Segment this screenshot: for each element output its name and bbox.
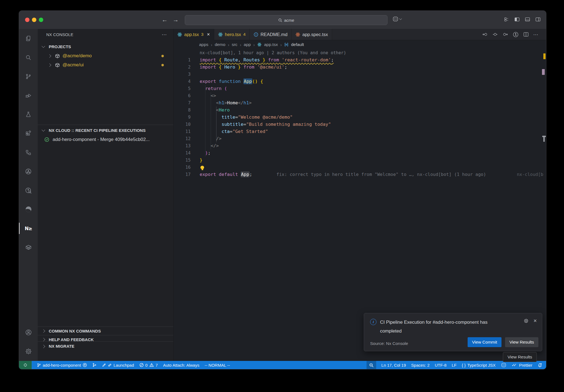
line-number[interactable]: 15	[173, 157, 191, 164]
breadcrumb-item[interactable]: app.tsx	[264, 42, 278, 47]
breadcrumb-item[interactable]: demo	[215, 42, 226, 47]
close-notification-icon[interactable]: ✕	[533, 318, 537, 323]
line-number[interactable]: 16	[173, 164, 191, 171]
activity-edge-browser[interactable]	[19, 200, 38, 219]
section-nx-migrate[interactable]: NX MIGRATE	[38, 341, 173, 361]
pipeline-execution-item[interactable]: add-hero-component - Merge 409b44e5cb02.…	[38, 135, 173, 144]
code-line-13[interactable]: 13 </>	[173, 142, 546, 149]
remote-indicator[interactable]	[19, 361, 32, 369]
more-actions-icon[interactable]: ⋯	[162, 31, 167, 38]
git-branch-item[interactable]: add-hero-component	[37, 363, 87, 368]
line-number[interactable]: 9	[173, 114, 191, 121]
lightbulb-icon[interactable]	[200, 166, 204, 169]
activity-extensions[interactable]	[19, 124, 38, 143]
activity-nx-cloud[interactable]	[19, 162, 38, 181]
vim-mode-item[interactable]: -- NORMAL --	[205, 363, 230, 368]
code-line-11[interactable]: 11 cta="Get Started"	[173, 128, 546, 135]
editor-nav-back-icon[interactable]	[482, 31, 488, 37]
encoding-item[interactable]: UTF-8	[435, 363, 447, 368]
line-number[interactable]: 6	[173, 92, 191, 99]
settings-button[interactable]	[19, 342, 38, 361]
activity-explorer[interactable]	[19, 29, 38, 48]
activity-search[interactable]	[19, 48, 38, 67]
code-line-4[interactable]: 4export function App() {	[173, 78, 546, 85]
run-file-icon[interactable]	[513, 31, 519, 38]
command-center-search[interactable]: acme	[185, 15, 387, 25]
code-line-2[interactable]: 2import { Hero } from '@acme/ui';	[173, 64, 546, 71]
code-line-14[interactable]: 14 );	[173, 149, 546, 157]
activity-containers[interactable]	[19, 238, 38, 257]
line-number[interactable]: 17	[173, 171, 191, 178]
activity-source-control[interactable]	[19, 67, 38, 86]
toggle-panel-icon[interactable]	[525, 17, 530, 22]
notification-settings-gear-icon[interactable]	[524, 318, 529, 323]
split-editor-icon[interactable]	[523, 31, 529, 37]
history-forward-button[interactable]: →	[173, 16, 179, 24]
profiles-status-item[interactable]	[501, 363, 506, 368]
activity-nx-console[interactable]: N≥	[19, 219, 38, 238]
code-line-10[interactable]: 10 subtitle="Build something amazing tod…	[173, 121, 546, 128]
minimize-window-button[interactable]	[32, 18, 36, 22]
breadcrumb-item[interactable]: src	[232, 42, 237, 47]
line-number[interactable]: 5	[173, 85, 191, 92]
code-line-9[interactable]: 9 title="Welcome @acme/demo"	[173, 114, 546, 121]
formatter-item[interactable]: ✓✓ Prettier	[512, 363, 533, 368]
code-line-17[interactable]: 17export default App;fix: correct typo i…	[173, 171, 546, 178]
line-number[interactable]: 8	[173, 107, 191, 114]
code-line-5[interactable]: 5 return (	[173, 85, 546, 92]
language-mode-item[interactable]: { } TypeScript JSX	[462, 363, 496, 368]
editor-nav-current-icon[interactable]	[492, 31, 498, 37]
toggle-secondary-sidebar-icon[interactable]	[535, 17, 541, 22]
toggle-primary-sidebar-icon[interactable]	[514, 17, 520, 22]
line-number[interactable]: 14	[173, 149, 191, 157]
line-number[interactable]: 13	[173, 142, 191, 149]
tab-app-spec-tsx[interactable]: app.spec.tsx	[292, 29, 332, 40]
line-number[interactable]: 3	[173, 71, 191, 78]
line-number[interactable]: 11	[173, 128, 191, 135]
section-projects[interactable]: PROJECTS	[38, 42, 173, 51]
zoom-indicator[interactable]	[367, 361, 376, 369]
view-results-button[interactable]: View Results	[505, 337, 538, 347]
close-window-button[interactable]	[25, 18, 29, 22]
section-common-nx-commands[interactable]: COMMON NX COMMANDS	[38, 326, 173, 335]
overview-ruler[interactable]	[542, 49, 546, 361]
activity-gitlens[interactable]	[19, 181, 38, 200]
activity-references[interactable]	[19, 143, 38, 162]
profiles-menu[interactable]	[392, 16, 402, 22]
eol-item[interactable]: LF	[452, 363, 457, 368]
code-line-7[interactable]: 7 <h1>Home</h1>	[173, 99, 546, 107]
breadcrumb-item[interactable]: apps	[199, 42, 208, 47]
history-back-button[interactable]: ←	[162, 16, 168, 24]
code-line-12[interactable]: 12 />	[173, 135, 546, 142]
line-number[interactable]: 2	[173, 64, 191, 71]
close-tab-icon[interactable]: ✕	[207, 32, 210, 37]
project-acme-ui[interactable]: @acme/ui	[38, 61, 173, 69]
customize-layout-icon[interactable]	[504, 17, 509, 22]
editor-nav-forward-icon[interactable]	[502, 31, 508, 37]
section-nx-cloud[interactable]: NX CLOUD :: RECENT CI PIPELINE EXECUTION…	[38, 126, 173, 135]
activity-run-debug[interactable]	[19, 86, 38, 105]
breadcrumb-item[interactable]: default	[291, 42, 304, 47]
accounts-button[interactable]	[19, 323, 38, 342]
git-graph-button[interactable]	[92, 363, 97, 367]
line-number[interactable]: 10	[173, 121, 191, 128]
problems-item[interactable]: 0 7	[139, 363, 158, 368]
breadcrumb-item[interactable]: app	[244, 42, 251, 47]
line-number[interactable]: 12	[173, 135, 191, 142]
zoom-window-button[interactable]	[39, 18, 43, 22]
cursor-position-item[interactable]: Ln 17, Col 19	[381, 363, 406, 368]
notifications-bell[interactable]	[538, 363, 542, 368]
indentation-item[interactable]: Spaces: 2	[411, 363, 430, 368]
code-line-3[interactable]: 3	[173, 71, 546, 78]
code-line-1[interactable]: 1import { Route, Routes } from 'react-ro…	[173, 56, 546, 64]
project-acme-demo[interactable]: @acme/demo	[38, 51, 173, 60]
view-commit-button[interactable]: View Commit	[468, 337, 501, 347]
auto-attach-item[interactable]: Auto Attach: Always	[163, 363, 199, 368]
launchpad-item[interactable]: Launchpad	[102, 363, 134, 368]
tab-hero-tsx[interactable]: hero.tsx 4	[214, 29, 250, 40]
code-line-6[interactable]: 6 <>	[173, 92, 546, 99]
tab-readme-md[interactable]: README.md	[250, 29, 292, 40]
line-number[interactable]: 7	[173, 99, 191, 107]
tab-app-tsx[interactable]: app.tsx 3 ✕	[173, 29, 214, 40]
code-line-8[interactable]: 8 <Hero	[173, 107, 546, 114]
